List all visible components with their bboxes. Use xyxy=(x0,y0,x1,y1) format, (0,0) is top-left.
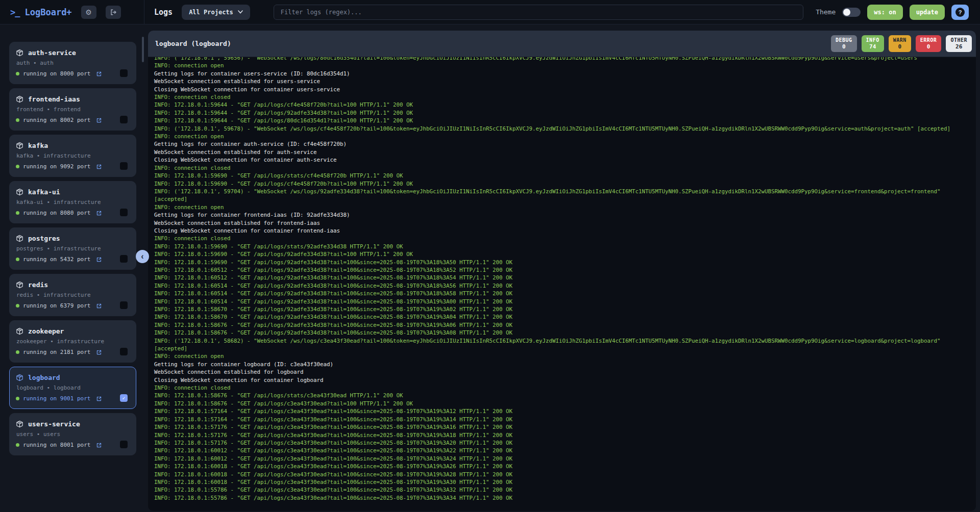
sidebar-scrollbar-thumb[interactable] xyxy=(142,37,144,62)
service-status-text: running on 8002 port xyxy=(23,117,90,123)
container-cube-icon xyxy=(16,420,23,428)
log-line: INFO: connection open xyxy=(154,352,972,360)
log-line: INFO: 172.18.0.1:58676 - "GET /api/logs/… xyxy=(154,321,972,329)
log-level-badge[interactable]: OTHER 26 xyxy=(946,35,972,52)
external-link-icon[interactable] xyxy=(96,396,102,402)
log-level-badge[interactable]: WARN 0 xyxy=(889,35,911,52)
service-checkbox[interactable]: ✓ xyxy=(120,209,128,216)
gear-icon: ⚙ xyxy=(85,9,92,16)
theme-toggle[interactable] xyxy=(842,8,861,17)
service-checkbox[interactable]: ✓ xyxy=(120,348,128,355)
service-subtitle: users • users xyxy=(16,431,129,438)
service-name-row: auth-service xyxy=(16,49,129,57)
log-line: INFO: connection closed xyxy=(154,93,972,101)
service-card[interactable]: kafka-ui kafka-ui • infrastructure runni… xyxy=(9,181,136,223)
service-name: redis xyxy=(28,281,48,289)
container-cube-icon xyxy=(16,188,23,196)
service-status-row: running on 9092 port ✓ xyxy=(16,163,129,170)
external-link-icon[interactable] xyxy=(96,71,102,77)
log-line: INFO: 172.18.0.1:58676 - "GET /api/logs/… xyxy=(154,392,972,399)
service-status-text: running on 5432 port xyxy=(23,256,90,263)
service-subtitle: auth • auth xyxy=(16,60,129,66)
service-name: kafka xyxy=(28,142,48,149)
websocket-status-button[interactable]: ws: on xyxy=(867,5,902,20)
log-filter-input[interactable] xyxy=(274,5,803,20)
service-card[interactable]: zookeeper zookeeper • infrastructure run… xyxy=(9,320,136,363)
service-checkbox[interactable]: ✓ xyxy=(120,116,128,123)
log-line: INFO: ('172.18.0.1', 59656) - "WebSocket… xyxy=(154,57,972,62)
service-card[interactable]: auth-service auth • auth running on 8000… xyxy=(9,42,136,84)
main-area: logboard (logboard) DEBUG 0 INFO 74 WARN… xyxy=(144,24,980,512)
badge-count: 0 xyxy=(893,43,906,50)
external-link-icon[interactable] xyxy=(96,442,102,448)
log-line: Closing WebSocket connection for contain… xyxy=(154,376,972,384)
external-link-icon[interactable] xyxy=(96,349,102,355)
update-button[interactable]: update xyxy=(910,5,945,20)
log-panel: logboard (logboard) DEBUG 0 INFO 74 WARN… xyxy=(148,31,976,511)
external-link-icon[interactable] xyxy=(96,303,102,309)
external-link-icon[interactable] xyxy=(96,210,102,216)
log-line: INFO: 172.18.0.1:59690 - "GET /api/logs/… xyxy=(154,180,972,188)
service-card[interactable]: kafka kafka • infrastructure running on … xyxy=(9,135,136,177)
services-sidebar: auth-service auth • auth running on 8000… xyxy=(0,24,144,512)
help-button[interactable]: ? xyxy=(951,5,969,20)
log-level-badge[interactable]: ERROR 0 xyxy=(916,35,942,52)
service-subtitle: kafka • infrastructure xyxy=(16,152,129,159)
log-line: WebSocket connection established for fro… xyxy=(154,219,972,227)
topbar-right-cluster: Theme ws: on update ? xyxy=(816,5,980,20)
log-line: INFO: 172.18.0.1:59690 - "GET /api/logs/… xyxy=(154,243,972,250)
badge-label: OTHER xyxy=(950,37,967,43)
service-checkbox[interactable]: ✓ xyxy=(120,441,128,448)
log-level-badge[interactable]: INFO 74 xyxy=(862,35,884,52)
service-status-text: running on 6379 port xyxy=(23,302,90,309)
badge-label: ERROR xyxy=(920,37,937,43)
project-filter-dropdown[interactable]: All Projects xyxy=(182,5,250,20)
external-link-icon[interactable] xyxy=(96,164,102,170)
external-link-icon[interactable] xyxy=(96,257,102,263)
service-subtitle: zookeeper • infrastructure xyxy=(16,338,129,345)
sidebar-collapse-button[interactable]: ‹ xyxy=(136,250,149,263)
brand: >_ LogBoard+ ⚙ xyxy=(0,0,144,24)
service-card[interactable]: postgres postgres • infrastructure runni… xyxy=(9,227,136,270)
log-line: INFO: 172.18.0.1:60514 - "GET /api/logs/… xyxy=(154,290,972,297)
log-line: INFO: 172.18.0.1:57164 - "GET /api/logs/… xyxy=(154,416,972,423)
log-line: INFO: 172.18.0.1:57176 - "GET /api/logs/… xyxy=(154,423,972,431)
logout-icon xyxy=(110,9,117,16)
topbar: >_ LogBoard+ ⚙ Logs All Projects Theme w… xyxy=(0,0,980,24)
service-card[interactable]: frontend-iaas frontend • frontend runnin… xyxy=(9,88,136,131)
service-checkbox[interactable]: ✓ xyxy=(120,394,128,402)
logout-button[interactable] xyxy=(106,6,121,19)
service-name: zookeeper xyxy=(28,327,64,335)
container-cube-icon xyxy=(16,235,23,242)
service-checkbox[interactable]: ✓ xyxy=(120,255,128,263)
log-line: WebSocket connection established for aut… xyxy=(154,148,972,156)
service-card[interactable]: logboard logboard • logboard running on … xyxy=(9,367,136,409)
log-line: INFO: 172.18.0.1:57164 - "GET /api/logs/… xyxy=(154,407,972,415)
log-level-badge[interactable]: DEBUG 0 xyxy=(831,35,857,52)
running-status-dot xyxy=(16,118,19,122)
service-checkbox[interactable]: ✓ xyxy=(120,301,128,309)
service-checkbox[interactable]: ✓ xyxy=(120,162,128,170)
external-link-icon[interactable] xyxy=(96,117,102,123)
log-line: INFO: 172.18.0.1:60512 - "GET /api/logs/… xyxy=(154,266,972,274)
log-line: Closing WebSocket connection for contain… xyxy=(154,156,972,164)
running-status-dot xyxy=(16,72,19,75)
log-line: INFO: connection open xyxy=(154,133,972,140)
log-line: INFO: 172.18.0.1:59690 - "GET /api/logs/… xyxy=(154,172,972,180)
log-line: INFO: 172.18.0.1:59690 - "GET /api/logs/… xyxy=(154,259,972,266)
project-filter-label: All Projects xyxy=(189,9,233,16)
service-checkbox[interactable]: ✓ xyxy=(120,69,128,77)
service-card[interactable]: users-service users • users running on 8… xyxy=(9,413,136,455)
log-line: WebSocket connection established for log… xyxy=(154,368,972,376)
badge-label: WARN xyxy=(893,37,906,43)
settings-button[interactable]: ⚙ xyxy=(81,6,96,19)
running-status-dot xyxy=(16,258,19,261)
service-name-row: redis xyxy=(16,281,129,289)
log-line: INFO: 172.18.0.1:55786 - "GET /api/logs/… xyxy=(154,494,972,502)
service-name: postgres xyxy=(28,235,60,242)
log-line: INFO: 172.18.0.1:59644 - "GET /api/logs/… xyxy=(154,101,972,109)
log-line: Getting logs for container users-service… xyxy=(154,70,972,78)
service-name-row: kafka-ui xyxy=(16,188,129,196)
service-card[interactable]: redis redis • infrastructure running on … xyxy=(9,274,136,316)
log-output[interactable]: INFO: ('172.18.0.1', 59656) - "WebSocket… xyxy=(148,57,976,511)
